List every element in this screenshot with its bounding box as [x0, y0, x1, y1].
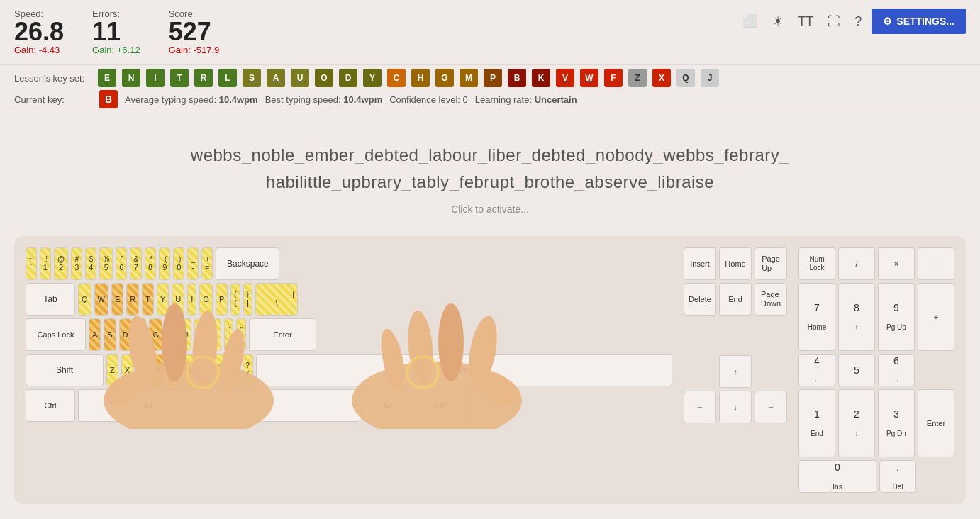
key-numlock[interactable]: NumLock: [798, 247, 835, 280]
key-1[interactable]: !1: [40, 247, 51, 280]
key-c-main[interactable]: C: [136, 354, 149, 386]
click-activate[interactable]: Click to activate...: [14, 203, 966, 215]
key-t-main[interactable]: T: [142, 283, 154, 316]
theme-icon-button[interactable]: ☀: [768, 11, 788, 32]
key-num1[interactable]: 1End: [798, 389, 835, 457]
key-num4[interactable]: 4←: [798, 354, 835, 386]
key-quote[interactable]: "': [236, 318, 246, 351]
key-4[interactable]: $4: [85, 247, 96, 280]
key-insert[interactable]: Insert: [684, 247, 716, 280]
key-n-main[interactable]: N: [182, 354, 195, 386]
key-pageup[interactable]: PageUp: [755, 247, 787, 280]
help-icon-button[interactable]: ?: [850, 11, 866, 32]
key-numdivide[interactable]: /: [838, 247, 875, 280]
key-8[interactable]: *8: [145, 247, 156, 280]
key-3[interactable]: #3: [71, 247, 82, 280]
key-a-main[interactable]: A: [89, 318, 101, 351]
key-b-main[interactable]: B: [167, 354, 179, 386]
key-ctrl-left[interactable]: Ctrl: [26, 389, 75, 422]
key-rbracket[interactable]: }]: [243, 283, 252, 316]
nav-arrows-up: ↑: [684, 355, 787, 388]
key-semicolon[interactable]: ";: [224, 318, 234, 351]
key-o-main[interactable]: O: [199, 283, 213, 316]
key-num5[interactable]: 5: [838, 354, 875, 386]
key-tilde[interactable]: ~`: [26, 247, 37, 280]
key-period[interactable]: >.: [228, 354, 240, 386]
key-arrow-down[interactable]: ↓: [719, 391, 752, 423]
key-d-main[interactable]: D: [119, 318, 132, 351]
key-h-main[interactable]: H: [165, 318, 178, 351]
key-num6[interactable]: 6→: [878, 354, 915, 386]
key-numminus[interactable]: −: [918, 247, 954, 280]
key-num8[interactable]: 8↑: [838, 283, 875, 351]
key-g-main[interactable]: G: [149, 318, 162, 351]
key-k-main[interactable]: K: [194, 318, 206, 351]
key-end[interactable]: End: [719, 283, 752, 316]
key-backspace[interactable]: Backspace: [216, 247, 279, 280]
key-l-main[interactable]: L: [210, 318, 221, 351]
key-enter[interactable]: Enter: [249, 318, 316, 351]
key-arrow-up[interactable]: ↑: [719, 355, 752, 388]
key-i-main[interactable]: I: [187, 283, 196, 316]
key-num2[interactable]: 2↓: [838, 389, 875, 457]
key-slash[interactable]: ?/: [243, 354, 254, 386]
key-win-left[interactable]: [78, 389, 121, 422]
fullscreen-icon-button[interactable]: ⛶: [823, 11, 845, 32]
key-y-main[interactable]: Y: [157, 283, 169, 316]
key-num7[interactable]: 7Home: [798, 283, 835, 351]
key-pagedown[interactable]: PageDown: [755, 283, 787, 316]
key-alt-right[interactable]: Alt: [363, 389, 413, 422]
key-shift-right[interactable]: Shift: [256, 354, 672, 386]
key-j-main[interactable]: J: [181, 318, 192, 351]
settings-button[interactable]: ⚙ SETTINGS...: [872, 9, 966, 34]
key-7[interactable]: &7: [130, 247, 142, 280]
key-backslash[interactable]: |\: [255, 283, 298, 316]
key-delete[interactable]: Delete: [684, 283, 716, 316]
key-s-main[interactable]: S: [104, 318, 116, 351]
key-num9[interactable]: 9Pg Up: [878, 283, 915, 351]
key-numenter[interactable]: Enter: [918, 389, 954, 457]
key-alt-left[interactable]: Alt: [123, 389, 173, 422]
key-nummultiply[interactable]: ×: [878, 247, 915, 280]
key-comma[interactable]: <,: [214, 354, 225, 386]
key-x-main[interactable]: X: [121, 354, 133, 386]
key-num0[interactable]: 0Ins: [798, 460, 876, 493]
key-home[interactable]: Home: [719, 247, 752, 280]
key-z-main[interactable]: Z: [106, 354, 118, 386]
key-equals[interactable]: +=: [201, 247, 213, 280]
key-6[interactable]: ^6: [116, 247, 127, 280]
key-space[interactable]: [176, 389, 360, 422]
key-y: Y: [363, 69, 382, 87]
key-e-main[interactable]: E: [111, 283, 123, 316]
key-numdot[interactable]: .Del: [879, 460, 916, 493]
key-lbracket[interactable]: {[: [230, 283, 240, 316]
key-f-main[interactable]: F: [135, 318, 147, 351]
key-r-main[interactable]: R: [126, 283, 139, 316]
typing-area[interactable]: webbs_noble_ember_debted_labour_liber_de…: [0, 113, 980, 229]
key-w-main[interactable]: W: [94, 283, 108, 316]
key-m-main[interactable]: M: [198, 354, 211, 386]
screen-icon-button[interactable]: ⬜: [738, 11, 762, 32]
speed-stat: Speed: 26.8 Gain: -4.43: [14, 9, 64, 55]
text-size-icon-button[interactable]: TT: [794, 11, 818, 32]
key-q-main[interactable]: Q: [78, 283, 91, 316]
key-arrow-right[interactable]: →: [755, 391, 787, 423]
key-info-bar: Lesson's key set: E N I T R L S A U O D …: [0, 65, 980, 113]
key-arrow-left[interactable]: ←: [684, 391, 716, 423]
numpad-row4: 1End 2↓ 3Pg Dn Enter: [798, 389, 954, 457]
key-caps-lock[interactable]: Caps Lock: [26, 318, 86, 351]
key-numplus[interactable]: +: [918, 283, 954, 351]
key-shift-left[interactable]: Shift: [26, 354, 104, 386]
key-9[interactable]: (9: [159, 247, 170, 280]
key-2[interactable]: @2: [54, 247, 68, 280]
key-tab[interactable]: Tab: [26, 283, 75, 316]
key-ctrl-right[interactable]: Ctrl: [416, 389, 465, 422]
key-u-main[interactable]: U: [172, 283, 184, 316]
key-p-main[interactable]: P: [216, 283, 228, 316]
key-num3[interactable]: 3Pg Dn: [878, 389, 915, 457]
key-5[interactable]: %5: [99, 247, 113, 280]
key-0[interactable]: )0: [173, 247, 184, 280]
key-v: V: [556, 69, 574, 87]
key-v-main[interactable]: V: [152, 354, 164, 386]
key-minus[interactable]: _-: [187, 247, 199, 280]
